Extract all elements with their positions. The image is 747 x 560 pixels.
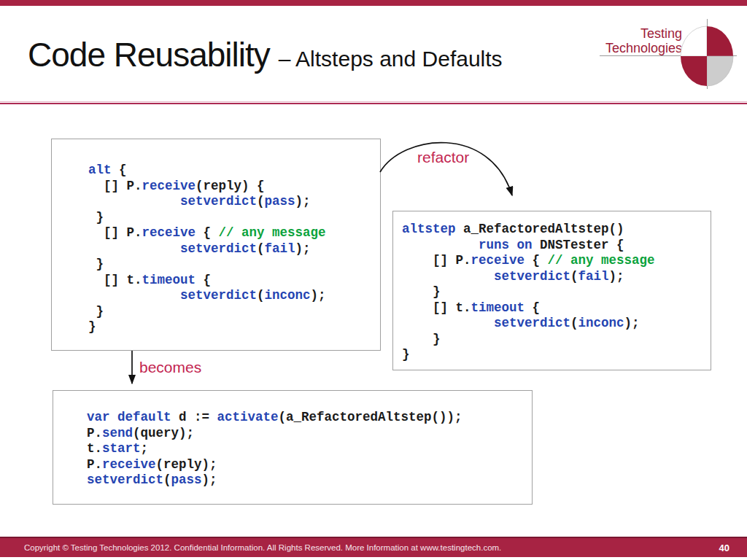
- page-title: Code Reusability: [28, 35, 270, 74]
- logo-line2: Technologies: [529, 41, 682, 55]
- slide: Code Reusability – Altsteps and Defaults…: [0, 0, 747, 560]
- slide-header: Code Reusability – Altsteps and Defaults: [28, 35, 503, 74]
- title-divider-line: [0, 103, 747, 104]
- code-refactored-altstep: altstep a_RefactoredAltstep() runs on DN…: [402, 222, 655, 363]
- becomes-label: becomes: [139, 359, 201, 376]
- logo-line1: Testing: [529, 26, 682, 41]
- title-divider-glow: [0, 101, 747, 102]
- code-box-default-activation: var default d := activate(a_RefactoredAl…: [53, 390, 533, 505]
- logo-pie-icon: [675, 16, 740, 95]
- code-alt-statement: alt { [] P.receive(reply) { setverdict(p…: [88, 163, 326, 335]
- refactor-label: refactor: [417, 149, 469, 166]
- page-subtitle: – Altsteps and Defaults: [279, 47, 503, 71]
- page-number: 40: [719, 542, 729, 553]
- top-accent-bar: [0, 0, 747, 6]
- code-box-refactored-altstep: altstep a_RefactoredAltstep() runs on DN…: [392, 211, 711, 370]
- footer-bar: Copyright © Testing Technologies 2012. C…: [0, 537, 747, 557]
- code-default-activation: var default d := activate(a_RefactoredAl…: [87, 410, 462, 489]
- logo-wordmark: Testing Technologies: [529, 26, 682, 55]
- footer-copyright-text: Copyright © Testing Technologies 2012. C…: [24, 543, 719, 552]
- code-box-alt-statement: alt { [] P.receive(reply) { setverdict(p…: [51, 139, 381, 351]
